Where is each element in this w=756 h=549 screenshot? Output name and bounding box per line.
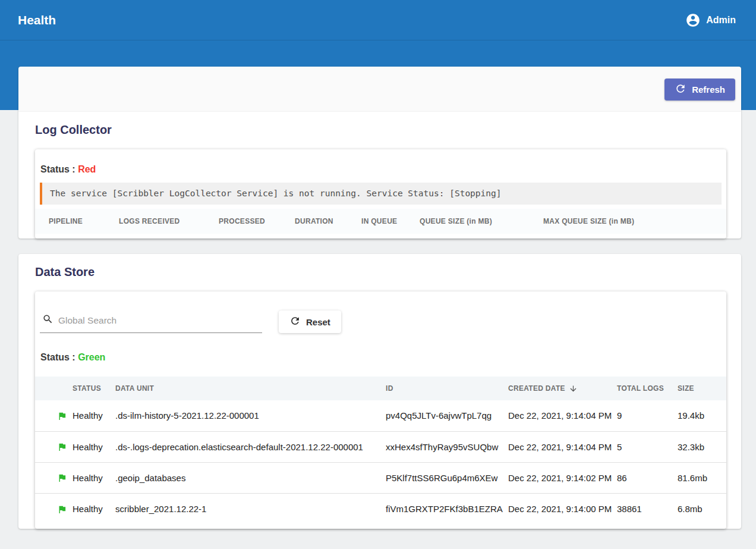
global-search-input[interactable] (58, 315, 262, 326)
cell-total-logs: 86 (613, 462, 674, 493)
cell-total-logs: 38861 (613, 493, 674, 524)
table-row: Healthy.ds-ilm-history-5-2021.12.22-0000… (35, 400, 726, 431)
healthy-flag-icon (35, 431, 69, 462)
service-error-message: The service [Scribbler LogCollector Serv… (40, 183, 722, 205)
reset-refresh-icon (289, 315, 301, 328)
search-row: Reset (35, 291, 726, 333)
cell-status: Healthy (69, 493, 112, 524)
cell-id: P5Klf7ttSS6RGu6p4m6XEw (382, 462, 505, 493)
cell-created-date: Dec 22, 2021, 9:14:00 PM (505, 493, 613, 524)
data-store-table: STATUSDATA UNITIDCREATED DATETOTAL LOGSS… (35, 377, 726, 524)
cell-data-unit: .ds-.logs-deprecation.elasticsearch-defa… (112, 431, 382, 462)
cell-data-unit: .ds-ilm-history-5-2021.12.22-000001 (112, 400, 382, 431)
pipeline-column-header: IN QUEUE (348, 209, 406, 234)
refresh-icon (675, 83, 686, 96)
data-store-column-header[interactable]: TOTAL LOGS (613, 377, 674, 400)
cell-data-unit: .geoip_databases (112, 462, 382, 493)
cell-size: 81.6mb (674, 462, 726, 493)
data-store-panel: Reset Status : Green STATUSDATA UNITIDCR… (35, 291, 726, 529)
cell-size: 6.8mb (674, 493, 726, 524)
pipeline-column-header: PIPELINE (35, 209, 105, 234)
refresh-button-label: Refresh (692, 84, 725, 95)
cell-created-date: Dec 22, 2021, 9:14:04 PM (505, 400, 613, 431)
cell-status: Healthy (69, 431, 112, 462)
cell-status: Healthy (69, 462, 112, 493)
global-search-field[interactable] (40, 309, 262, 333)
cell-total-logs: 9 (613, 400, 674, 431)
reset-button-label: Reset (306, 317, 330, 327)
user-name: Admin (706, 15, 736, 26)
pipeline-table-header-row: PIPELINELOGS RECEIVEDPROCESSEDDURATIONIN… (35, 209, 726, 234)
data-store-column-header[interactable]: ID (382, 377, 505, 400)
status-flag-column-header (35, 377, 69, 400)
pipeline-table: PIPELINELOGS RECEIVEDPROCESSEDDURATIONIN… (35, 209, 726, 234)
data-store-column-header[interactable]: DATA UNIT (112, 377, 382, 400)
cell-size: 19.4kb (674, 400, 726, 431)
cell-id: pv4Qq5JLTv-6ajvwTpL7qg (382, 400, 505, 431)
reset-button[interactable]: Reset (279, 310, 341, 333)
healthy-flag-icon (35, 493, 69, 524)
pipeline-column-header: DURATION (281, 209, 348, 234)
cell-status: Healthy (69, 400, 112, 431)
data-store-table-header-row: STATUSDATA UNITIDCREATED DATETOTAL LOGSS… (35, 377, 726, 400)
cell-created-date: Dec 22, 2021, 9:14:02 PM (505, 462, 613, 493)
status-badge: Red (78, 164, 96, 174)
data-store-table-body: Healthy.ds-ilm-history-5-2021.12.22-0000… (35, 400, 726, 524)
data-store-column-header[interactable]: STATUS (69, 377, 112, 400)
search-icon (42, 313, 53, 327)
status-badge: Green (78, 352, 105, 362)
app-bar: Health Admin (0, 0, 756, 40)
status-label: Status : (40, 352, 75, 362)
log-collector-card: Log Collector Status : Red The service [… (18, 112, 741, 239)
healthy-flag-icon (35, 462, 69, 493)
refresh-button[interactable]: Refresh (664, 79, 735, 101)
data-store-title: Data Store (18, 254, 741, 279)
status-label: Status : (40, 164, 75, 174)
pipeline-column-header: MAX QUEUE SIZE (in MB) (530, 209, 726, 234)
sort-descending-icon (569, 384, 578, 393)
healthy-flag-icon (35, 400, 69, 431)
log-collector-status-line: Status : Red (35, 149, 726, 183)
data-store-column-label: CREATED DATE (508, 384, 565, 393)
user-menu[interactable]: Admin (685, 12, 736, 28)
table-row: Healthyscribbler_2021.12.22-1fiVm1GRXTP2… (35, 493, 726, 524)
cell-total-logs: 5 (613, 431, 674, 462)
cell-size: 32.3kb (674, 431, 726, 462)
cell-data-unit: scribbler_2021.12.22-1 (112, 493, 382, 524)
account-circle-icon (685, 12, 701, 28)
data-store-status-line: Status : Green (35, 333, 726, 371)
log-collector-title: Log Collector (18, 112, 741, 137)
pipeline-column-header: PROCESSED (205, 209, 281, 234)
main-content: Refresh Log Collector Status : Red The s… (0, 67, 756, 529)
data-store-column-header[interactable]: SIZE (674, 377, 726, 400)
cell-id: fiVm1GRXTP2FKf3bB1EZRA (382, 493, 505, 524)
pipeline-column-header: QUEUE SIZE (in MB) (406, 209, 530, 234)
data-store-column-header[interactable]: CREATED DATE (505, 377, 613, 400)
pipeline-column-header: LOGS RECEIVED (105, 209, 205, 234)
cell-id: xxHex4sfThyRay95vSUQbw (382, 431, 505, 462)
log-collector-panel: Status : Red The service [Scribbler LogC… (35, 149, 726, 239)
toolbar-card: Refresh (18, 67, 741, 112)
table-row: Healthy.geoip_databasesP5Klf7ttSS6RGu6p4… (35, 462, 726, 493)
table-row: Healthy.ds-.logs-deprecation.elasticsear… (35, 431, 726, 462)
data-store-card: Data Store Reset Status : Gre (18, 254, 741, 529)
cell-created-date: Dec 22, 2021, 9:14:04 PM (505, 431, 613, 462)
page-title: Health (18, 13, 56, 27)
